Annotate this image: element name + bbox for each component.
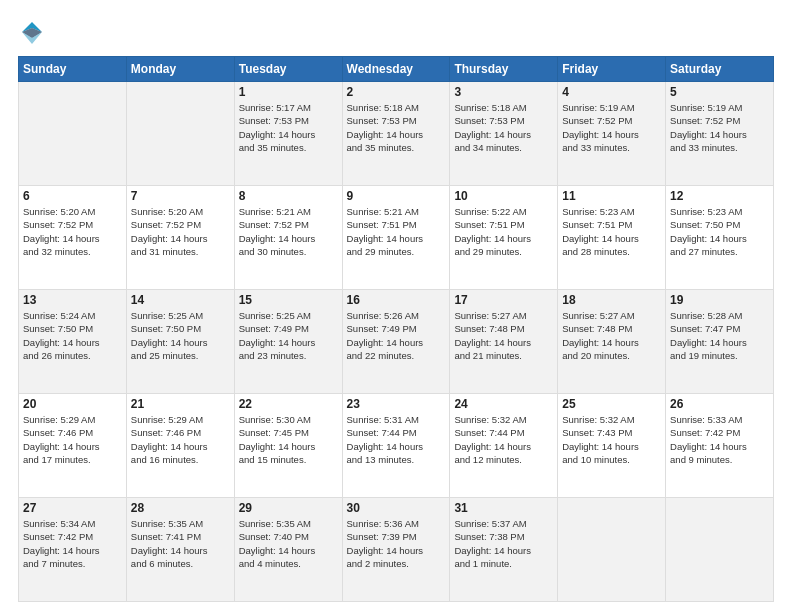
- calendar-cell: 21Sunrise: 5:29 AM Sunset: 7:46 PM Dayli…: [126, 394, 234, 498]
- calendar-cell: 14Sunrise: 5:25 AM Sunset: 7:50 PM Dayli…: [126, 290, 234, 394]
- day-number: 25: [562, 397, 661, 411]
- day-number: 21: [131, 397, 230, 411]
- cell-daylight-info: Sunrise: 5:31 AM Sunset: 7:44 PM Dayligh…: [347, 413, 446, 466]
- calendar-cell: 8Sunrise: 5:21 AM Sunset: 7:52 PM Daylig…: [234, 186, 342, 290]
- cell-daylight-info: Sunrise: 5:27 AM Sunset: 7:48 PM Dayligh…: [562, 309, 661, 362]
- calendar-cell: 29Sunrise: 5:35 AM Sunset: 7:40 PM Dayli…: [234, 498, 342, 602]
- day-number: 19: [670, 293, 769, 307]
- calendar-cell: 30Sunrise: 5:36 AM Sunset: 7:39 PM Dayli…: [342, 498, 450, 602]
- cell-daylight-info: Sunrise: 5:17 AM Sunset: 7:53 PM Dayligh…: [239, 101, 338, 154]
- calendar-cell: 11Sunrise: 5:23 AM Sunset: 7:51 PM Dayli…: [558, 186, 666, 290]
- calendar-cell: 3Sunrise: 5:18 AM Sunset: 7:53 PM Daylig…: [450, 82, 558, 186]
- calendar-cell: 19Sunrise: 5:28 AM Sunset: 7:47 PM Dayli…: [666, 290, 774, 394]
- day-number: 18: [562, 293, 661, 307]
- calendar-cell: 27Sunrise: 5:34 AM Sunset: 7:42 PM Dayli…: [19, 498, 127, 602]
- header: [18, 18, 774, 46]
- day-number: 24: [454, 397, 553, 411]
- day-number: 2: [347, 85, 446, 99]
- calendar-week-row: 13Sunrise: 5:24 AM Sunset: 7:50 PM Dayli…: [19, 290, 774, 394]
- calendar-cell: [558, 498, 666, 602]
- day-number: 8: [239, 189, 338, 203]
- calendar-cell: 13Sunrise: 5:24 AM Sunset: 7:50 PM Dayli…: [19, 290, 127, 394]
- calendar-header-row: SundayMondayTuesdayWednesdayThursdayFrid…: [19, 57, 774, 82]
- calendar-cell: 20Sunrise: 5:29 AM Sunset: 7:46 PM Dayli…: [19, 394, 127, 498]
- day-number: 22: [239, 397, 338, 411]
- calendar-cell: 18Sunrise: 5:27 AM Sunset: 7:48 PM Dayli…: [558, 290, 666, 394]
- calendar-cell: 24Sunrise: 5:32 AM Sunset: 7:44 PM Dayli…: [450, 394, 558, 498]
- day-number: 28: [131, 501, 230, 515]
- calendar-cell: [666, 498, 774, 602]
- cell-daylight-info: Sunrise: 5:27 AM Sunset: 7:48 PM Dayligh…: [454, 309, 553, 362]
- day-number: 12: [670, 189, 769, 203]
- calendar-cell: 15Sunrise: 5:25 AM Sunset: 7:49 PM Dayli…: [234, 290, 342, 394]
- day-number: 31: [454, 501, 553, 515]
- cell-daylight-info: Sunrise: 5:32 AM Sunset: 7:43 PM Dayligh…: [562, 413, 661, 466]
- weekday-header-sunday: Sunday: [19, 57, 127, 82]
- cell-daylight-info: Sunrise: 5:22 AM Sunset: 7:51 PM Dayligh…: [454, 205, 553, 258]
- calendar-cell: 6Sunrise: 5:20 AM Sunset: 7:52 PM Daylig…: [19, 186, 127, 290]
- logo: [18, 18, 48, 46]
- day-number: 7: [131, 189, 230, 203]
- day-number: 14: [131, 293, 230, 307]
- calendar-cell: 17Sunrise: 5:27 AM Sunset: 7:48 PM Dayli…: [450, 290, 558, 394]
- calendar-cell: 22Sunrise: 5:30 AM Sunset: 7:45 PM Dayli…: [234, 394, 342, 498]
- cell-daylight-info: Sunrise: 5:20 AM Sunset: 7:52 PM Dayligh…: [23, 205, 122, 258]
- calendar-cell: 28Sunrise: 5:35 AM Sunset: 7:41 PM Dayli…: [126, 498, 234, 602]
- page: SundayMondayTuesdayWednesdayThursdayFrid…: [0, 0, 792, 612]
- calendar-cell: [19, 82, 127, 186]
- calendar-week-row: 27Sunrise: 5:34 AM Sunset: 7:42 PM Dayli…: [19, 498, 774, 602]
- cell-daylight-info: Sunrise: 5:35 AM Sunset: 7:41 PM Dayligh…: [131, 517, 230, 570]
- day-number: 26: [670, 397, 769, 411]
- calendar-cell: 9Sunrise: 5:21 AM Sunset: 7:51 PM Daylig…: [342, 186, 450, 290]
- calendar-cell: 12Sunrise: 5:23 AM Sunset: 7:50 PM Dayli…: [666, 186, 774, 290]
- calendar-cell: 25Sunrise: 5:32 AM Sunset: 7:43 PM Dayli…: [558, 394, 666, 498]
- day-number: 30: [347, 501, 446, 515]
- day-number: 23: [347, 397, 446, 411]
- day-number: 9: [347, 189, 446, 203]
- calendar-cell: 31Sunrise: 5:37 AM Sunset: 7:38 PM Dayli…: [450, 498, 558, 602]
- calendar-cell: 4Sunrise: 5:19 AM Sunset: 7:52 PM Daylig…: [558, 82, 666, 186]
- cell-daylight-info: Sunrise: 5:18 AM Sunset: 7:53 PM Dayligh…: [347, 101, 446, 154]
- cell-daylight-info: Sunrise: 5:23 AM Sunset: 7:50 PM Dayligh…: [670, 205, 769, 258]
- calendar-cell: 23Sunrise: 5:31 AM Sunset: 7:44 PM Dayli…: [342, 394, 450, 498]
- day-number: 13: [23, 293, 122, 307]
- day-number: 4: [562, 85, 661, 99]
- cell-daylight-info: Sunrise: 5:34 AM Sunset: 7:42 PM Dayligh…: [23, 517, 122, 570]
- calendar-week-row: 6Sunrise: 5:20 AM Sunset: 7:52 PM Daylig…: [19, 186, 774, 290]
- cell-daylight-info: Sunrise: 5:21 AM Sunset: 7:52 PM Dayligh…: [239, 205, 338, 258]
- cell-daylight-info: Sunrise: 5:30 AM Sunset: 7:45 PM Dayligh…: [239, 413, 338, 466]
- cell-daylight-info: Sunrise: 5:36 AM Sunset: 7:39 PM Dayligh…: [347, 517, 446, 570]
- cell-daylight-info: Sunrise: 5:21 AM Sunset: 7:51 PM Dayligh…: [347, 205, 446, 258]
- cell-daylight-info: Sunrise: 5:19 AM Sunset: 7:52 PM Dayligh…: [562, 101, 661, 154]
- cell-daylight-info: Sunrise: 5:25 AM Sunset: 7:49 PM Dayligh…: [239, 309, 338, 362]
- day-number: 1: [239, 85, 338, 99]
- cell-daylight-info: Sunrise: 5:37 AM Sunset: 7:38 PM Dayligh…: [454, 517, 553, 570]
- calendar-cell: 7Sunrise: 5:20 AM Sunset: 7:52 PM Daylig…: [126, 186, 234, 290]
- cell-daylight-info: Sunrise: 5:35 AM Sunset: 7:40 PM Dayligh…: [239, 517, 338, 570]
- cell-daylight-info: Sunrise: 5:25 AM Sunset: 7:50 PM Dayligh…: [131, 309, 230, 362]
- calendar-cell: 10Sunrise: 5:22 AM Sunset: 7:51 PM Dayli…: [450, 186, 558, 290]
- calendar-cell: 1Sunrise: 5:17 AM Sunset: 7:53 PM Daylig…: [234, 82, 342, 186]
- day-number: 15: [239, 293, 338, 307]
- weekday-header-thursday: Thursday: [450, 57, 558, 82]
- day-number: 10: [454, 189, 553, 203]
- calendar-cell: 16Sunrise: 5:26 AM Sunset: 7:49 PM Dayli…: [342, 290, 450, 394]
- day-number: 11: [562, 189, 661, 203]
- weekday-header-wednesday: Wednesday: [342, 57, 450, 82]
- cell-daylight-info: Sunrise: 5:33 AM Sunset: 7:42 PM Dayligh…: [670, 413, 769, 466]
- calendar-cell: 5Sunrise: 5:19 AM Sunset: 7:52 PM Daylig…: [666, 82, 774, 186]
- cell-daylight-info: Sunrise: 5:28 AM Sunset: 7:47 PM Dayligh…: [670, 309, 769, 362]
- day-number: 29: [239, 501, 338, 515]
- weekday-header-tuesday: Tuesday: [234, 57, 342, 82]
- weekday-header-monday: Monday: [126, 57, 234, 82]
- cell-daylight-info: Sunrise: 5:20 AM Sunset: 7:52 PM Dayligh…: [131, 205, 230, 258]
- calendar-week-row: 20Sunrise: 5:29 AM Sunset: 7:46 PM Dayli…: [19, 394, 774, 498]
- weekday-header-friday: Friday: [558, 57, 666, 82]
- cell-daylight-info: Sunrise: 5:18 AM Sunset: 7:53 PM Dayligh…: [454, 101, 553, 154]
- cell-daylight-info: Sunrise: 5:32 AM Sunset: 7:44 PM Dayligh…: [454, 413, 553, 466]
- day-number: 27: [23, 501, 122, 515]
- cell-daylight-info: Sunrise: 5:23 AM Sunset: 7:51 PM Dayligh…: [562, 205, 661, 258]
- day-number: 5: [670, 85, 769, 99]
- day-number: 16: [347, 293, 446, 307]
- calendar-cell: 2Sunrise: 5:18 AM Sunset: 7:53 PM Daylig…: [342, 82, 450, 186]
